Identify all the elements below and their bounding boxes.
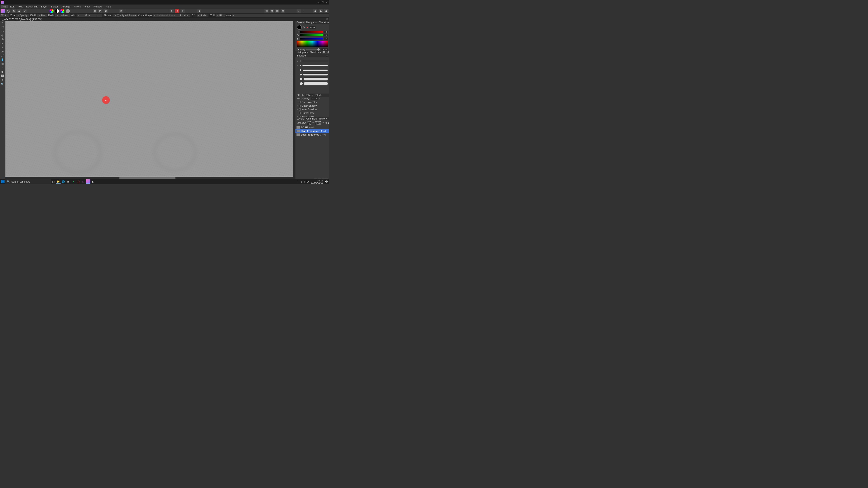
snap-button[interactable]: ⊞ bbox=[98, 9, 102, 13]
quickmask-button[interactable]: ▦ bbox=[93, 9, 97, 13]
colour-mode-select[interactable]: RGB bbox=[309, 26, 316, 29]
blend-select[interactable]: Normal bbox=[102, 14, 114, 17]
taskview-button[interactable]: ▢ bbox=[51, 180, 56, 184]
colour-wheel2-icon[interactable] bbox=[60, 9, 64, 13]
brush-item-2[interactable] bbox=[297, 68, 328, 72]
tab-colour[interactable]: Colour bbox=[296, 21, 305, 24]
tab-styles[interactable]: Styles bbox=[305, 94, 314, 97]
align-dropdown[interactable] bbox=[186, 11, 188, 11]
h-scroll-thumb[interactable] bbox=[119, 177, 176, 179]
persona-tone[interactable]: ⛰ bbox=[17, 9, 21, 13]
layer-opacity-value[interactable]: 100 % bbox=[307, 121, 311, 125]
add-global-button[interactable]: Add Global Source bbox=[156, 14, 176, 17]
tool-13[interactable]: 🅰 bbox=[0, 74, 4, 78]
tab-effects[interactable]: Effects bbox=[296, 94, 305, 97]
menu-view[interactable]: View bbox=[83, 5, 91, 8]
search-box[interactable]: 🔍 Search Windows bbox=[5, 180, 51, 184]
order-dropdown[interactable] bbox=[303, 11, 304, 11]
menu-window[interactable]: Window bbox=[92, 5, 104, 8]
slider-val-g[interactable]: 0 bbox=[324, 34, 328, 36]
task-opera[interactable]: ◯ bbox=[76, 180, 81, 184]
start-button[interactable] bbox=[1, 180, 5, 184]
tab-histogram[interactable]: Histogram bbox=[296, 51, 309, 54]
flow-input[interactable]: 100 % bbox=[47, 14, 55, 17]
flip-dropdown[interactable] bbox=[233, 15, 235, 16]
rotation-input[interactable]: 0 ° bbox=[190, 14, 197, 17]
width-dropdown[interactable] bbox=[18, 15, 19, 16]
document-tab[interactable]: _KBA0176.CR2 [Modified] (150.0%) bbox=[1, 18, 43, 21]
arrange1-button[interactable]: ▤ bbox=[265, 9, 269, 13]
tool-7[interactable]: 🖌 bbox=[0, 50, 4, 53]
brush-item-1[interactable]: 2 bbox=[297, 64, 328, 67]
tool-6[interactable]: ✎ bbox=[0, 46, 4, 49]
brush-item-4[interactable] bbox=[297, 77, 328, 81]
menu-filters[interactable]: Filters bbox=[72, 5, 82, 8]
minimize-button[interactable]: ─ bbox=[317, 1, 320, 4]
brush-item-0[interactable]: 1 bbox=[297, 59, 328, 63]
tab-layers[interactable]: Layers bbox=[296, 117, 305, 120]
tool-10[interactable]: ◧ bbox=[0, 62, 4, 66]
layer-settings-icon[interactable]: ⚙ bbox=[328, 122, 329, 125]
menu-document[interactable]: Document bbox=[25, 5, 39, 8]
persona-liquify[interactable]: ◯ bbox=[6, 9, 10, 13]
tab-stock[interactable]: Stock bbox=[314, 94, 323, 97]
tray-lang[interactable]: FRA bbox=[304, 180, 309, 183]
task-explorer[interactable]: 📁 bbox=[56, 180, 61, 184]
fx-inner-shadow[interactable]: Inner Shadow bbox=[296, 107, 329, 111]
align2-button[interactable]: ▯ bbox=[175, 9, 179, 13]
menu-select[interactable]: Select bbox=[50, 5, 60, 8]
tool-1[interactable]: ⬚ bbox=[0, 25, 4, 29]
tool-3[interactable]: ◐ bbox=[0, 33, 4, 37]
slider-r[interactable] bbox=[300, 31, 323, 33]
persona-export[interactable]: ↗ bbox=[23, 9, 27, 13]
notifications-icon[interactable]: 💬 bbox=[325, 180, 328, 183]
layer-lock-icon[interactable]: ⊡ bbox=[325, 122, 327, 125]
close-tab-icon[interactable]: ✕ bbox=[326, 18, 328, 21]
assist3-button[interactable]: ◉ bbox=[324, 9, 328, 13]
slider-val-r[interactable]: 0 bbox=[324, 31, 328, 33]
menu-text[interactable]: Text bbox=[17, 5, 24, 8]
assist1-button[interactable]: ◉ bbox=[313, 9, 317, 13]
menu-help[interactable]: Help bbox=[104, 5, 113, 8]
hardness-input[interactable]: 0 % bbox=[70, 14, 77, 17]
more-button[interactable]: More bbox=[85, 14, 90, 17]
arrange2-button[interactable]: ▥ bbox=[270, 9, 274, 13]
swap-icon[interactable]: ● bbox=[307, 26, 308, 29]
crop-dropdown[interactable] bbox=[125, 11, 127, 11]
align1-button[interactable]: ▯ bbox=[170, 9, 174, 13]
tool-4[interactable]: ✥ bbox=[0, 37, 4, 41]
slider-b[interactable] bbox=[300, 38, 323, 39]
source-select[interactable]: Current Layer bbox=[137, 14, 153, 17]
opacity-input[interactable]: 100 % bbox=[29, 14, 37, 17]
task-affinity[interactable] bbox=[86, 180, 90, 184]
source-dropdown[interactable] bbox=[154, 15, 156, 16]
menu-edit[interactable]: Edit bbox=[8, 5, 16, 8]
layer-high-frequency[interactable]: High Frequency (Pixel) bbox=[296, 129, 329, 133]
maximize-button[interactable]: ☐ bbox=[321, 1, 324, 4]
menu-file[interactable]: File bbox=[1, 5, 8, 8]
fill-opacity-dropdown[interactable] bbox=[319, 98, 320, 99]
fill-opacity-value[interactable]: 100 % bbox=[311, 97, 318, 100]
blend-dropdown[interactable] bbox=[115, 15, 116, 16]
slider-g[interactable] bbox=[300, 34, 323, 36]
brush-item-5[interactable] bbox=[297, 82, 328, 86]
tab-navigator[interactable]: Navigator bbox=[305, 21, 318, 24]
v-scrollbar[interactable] bbox=[293, 21, 295, 177]
colour-opacity-slider[interactable] bbox=[306, 49, 320, 50]
layer-blend-dropdown[interactable] bbox=[322, 123, 324, 123]
colour-opacity-value[interactable]: 100 % bbox=[320, 48, 328, 51]
tool-5[interactable]: ✂ bbox=[0, 41, 4, 45]
task-onenote[interactable]: N bbox=[81, 180, 86, 184]
scale-input[interactable]: 100 % bbox=[208, 14, 216, 17]
eyedropper-icon[interactable]: ✎ bbox=[303, 26, 305, 29]
menu-layer[interactable]: Layer bbox=[39, 5, 49, 8]
arrange3-button[interactable]: ▦ bbox=[275, 9, 279, 13]
task-app1[interactable]: ◉ bbox=[66, 180, 70, 184]
tab-channels[interactable]: Channels bbox=[305, 117, 318, 120]
order-button[interactable]: ≡ bbox=[297, 9, 301, 13]
brush-menu-icon[interactable]: ≡ bbox=[327, 54, 328, 57]
layer-low-frequency[interactable]: Low Frequency (Pixel) bbox=[296, 133, 329, 136]
tray-chevron-icon[interactable]: ⌃ bbox=[296, 180, 298, 183]
crop-button[interactable]: ⧉ bbox=[119, 9, 123, 13]
align3-button[interactable]: ✎ bbox=[181, 9, 185, 13]
